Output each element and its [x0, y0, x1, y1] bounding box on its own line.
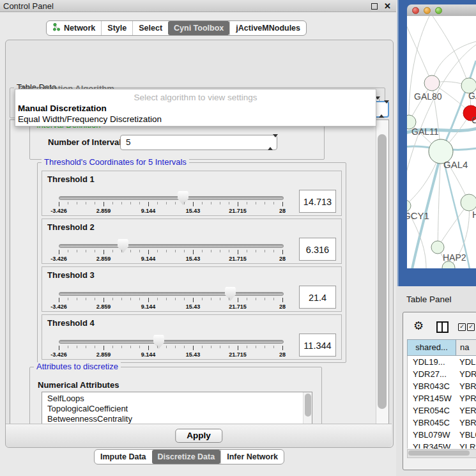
table-cell[interactable]: YPR1	[456, 392, 476, 404]
table-cell[interactable]: YER054C	[408, 404, 456, 417]
close-icon[interactable]: ✕	[384, 1, 391, 12]
slider-scale: -3.4262.8599.14415.4321.71528	[59, 346, 284, 361]
table-row[interactable]: YBR045CYBR0	[408, 417, 476, 429]
threshold-slider[interactable]	[59, 244, 284, 248]
tick-label: 21.715	[229, 208, 247, 214]
tick-mark	[86, 202, 86, 204]
table-row[interactable]: YLR345WYLR3	[408, 441, 476, 449]
table-row[interactable]: YBR043CYBR0	[408, 380, 476, 392]
tick-mark	[95, 346, 95, 348]
table-cell[interactable]: YDL1	[456, 356, 476, 368]
apply-button[interactable]: Apply	[175, 429, 222, 443]
gear-icon[interactable]: ⚙	[413, 320, 424, 332]
tab-cyni-toolbox[interactable]: Cyni Toolbox	[168, 21, 229, 35]
tick-mark	[139, 202, 140, 204]
table-cell[interactable]: YBR0	[456, 417, 476, 429]
cyni-toolbox-panel: Discretization Algorithm Select algorith…	[5, 40, 394, 448]
attribute-list-item[interactable]: TopologicalCoefficient	[42, 404, 303, 414]
scrollbar-thumb[interactable]	[408, 450, 470, 456]
table-row[interactable]: YPR145WYPR1	[408, 392, 476, 404]
float-icon[interactable]	[371, 3, 378, 10]
slider-scale: -3.4262.8599.14415.4321.71528	[59, 202, 284, 217]
table-cell[interactable]: YDR2	[456, 368, 476, 380]
tab-impute-data[interactable]: Impute Data	[95, 450, 152, 464]
tick-label: 28	[279, 303, 286, 310]
tick-mark	[112, 250, 113, 252]
table-cell[interactable]: YBR043C	[408, 380, 456, 392]
network-node[interactable]	[431, 241, 444, 254]
tick-mark	[193, 250, 194, 254]
tick-mark	[247, 202, 247, 204]
table-cell[interactable]: YBL0	[456, 429, 476, 441]
network-icon	[52, 23, 61, 33]
tab-discretize-data[interactable]: Discretize Data	[152, 450, 221, 464]
attribute-list-item[interactable]: BetweennessCentrality	[42, 414, 303, 424]
tick-label: 9.144	[141, 256, 156, 262]
tab-infer-network[interactable]: Infer Network	[220, 450, 284, 464]
table-cell[interactable]: YDR27...	[408, 368, 456, 380]
tick-mark	[211, 202, 211, 204]
tick-mark	[121, 250, 122, 252]
tick-mark	[238, 298, 238, 302]
node-label: GAL11	[411, 127, 439, 137]
scrollbar-thumb[interactable]	[305, 394, 311, 417]
zoom-traffic-light-icon[interactable]	[435, 7, 442, 14]
table-row[interactable]: YDR27...YDR2	[408, 368, 476, 380]
column-header-shared-name[interactable]: shared...	[408, 340, 456, 355]
tick-mark	[157, 250, 158, 252]
stepper-icon[interactable]	[379, 104, 385, 115]
network-node[interactable]	[424, 75, 440, 91]
threshold-slider[interactable]	[59, 340, 284, 344]
list-scrollbar[interactable]	[303, 392, 312, 424]
tick-mark	[256, 298, 256, 300]
threshold-slider[interactable]	[59, 196, 284, 200]
node-label: HAP2	[443, 252, 466, 263]
number-of-intervals-combo[interactable]: 5	[120, 135, 277, 150]
node-label: GA	[468, 91, 476, 101]
table-cell[interactable]: YBL079W	[408, 429, 456, 441]
table-cell[interactable]: YBR0	[456, 380, 476, 392]
table-row[interactable]: YDL19...YDL1	[408, 356, 476, 368]
table-cell[interactable]: YPR145W	[408, 392, 456, 404]
dropdown-option-equal-width[interactable]: Equal Width/Frequency Discretization	[18, 114, 162, 124]
tick-mark	[86, 298, 86, 300]
tick-mark	[112, 202, 113, 204]
tab-jactivemnodules[interactable]: jActiveMNodules	[229, 21, 306, 35]
threshold-value-field[interactable]: 21.4	[299, 286, 336, 309]
threshold-slider[interactable]	[59, 292, 284, 296]
tick-label: 2.859	[96, 351, 111, 358]
attribute-list-item[interactable]: SelfLoops	[42, 394, 303, 404]
column-header-name[interactable]: na	[456, 340, 476, 355]
apply-bar: Apply	[6, 424, 392, 447]
scrollbar-thumb[interactable]	[378, 134, 387, 409]
threshold-value-field[interactable]: 11.344	[299, 334, 336, 357]
checkbox-icon[interactable]: ✓	[467, 323, 475, 331]
table-cell[interactable]: YBR045C	[408, 417, 456, 429]
tick-mark	[265, 346, 265, 348]
minimize-traffic-light-icon[interactable]	[424, 7, 431, 14]
tab-style[interactable]: Style	[101, 21, 132, 35]
table-cell[interactable]: YER0	[456, 404, 476, 417]
tick-mark	[139, 298, 140, 300]
threshold-value-field[interactable]: 6.316	[299, 238, 336, 261]
table-hscrollbar[interactable]	[407, 449, 476, 458]
dropdown-option-manual[interactable]: Manual Discretization	[18, 104, 107, 113]
network-view[interactable]: GAL80 GA GAL11 C GAL4 GCY1 H HAP2	[407, 16, 476, 268]
threshold-3-panel: Threshold 3 -3.4262.8599.14415.4321.7152…	[42, 266, 342, 312]
table-row[interactable]: YER054CYER0	[408, 404, 476, 417]
split-view-icon[interactable]	[436, 321, 449, 333]
tab-select[interactable]: Select	[132, 21, 168, 35]
tab-network[interactable]: Network	[47, 21, 101, 35]
checkbox-icon[interactable]: ✓	[458, 323, 466, 331]
threshold-label: Threshold 4	[47, 318, 95, 328]
tick-mark	[238, 202, 238, 206]
settings-scrollbar[interactable]	[376, 120, 388, 426]
table-row[interactable]: YBL079WYBL0	[408, 429, 476, 441]
threshold-value-field[interactable]: 14.713	[299, 190, 336, 213]
table-cell[interactable]: YLR3	[456, 441, 476, 449]
table-cell[interactable]: YLR345W	[408, 441, 456, 449]
close-traffic-light-icon[interactable]	[412, 7, 419, 14]
table-cell[interactable]: YDL19...	[408, 356, 456, 368]
tick-mark	[175, 298, 176, 300]
stepper-icon[interactable]	[268, 135, 273, 150]
